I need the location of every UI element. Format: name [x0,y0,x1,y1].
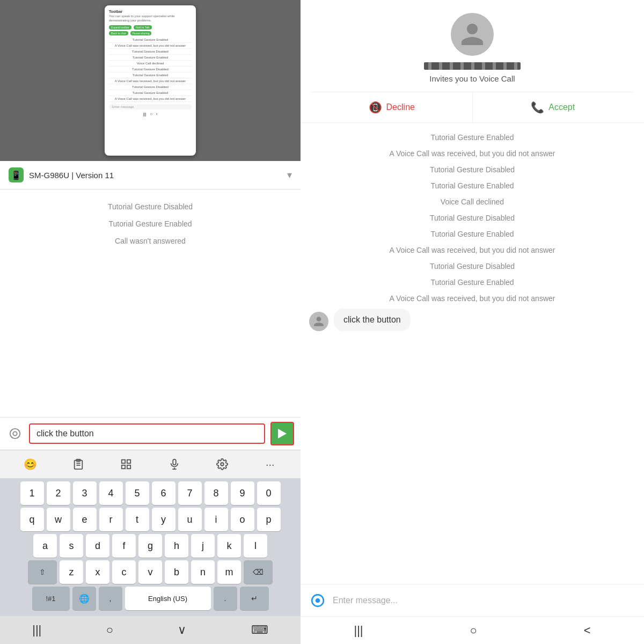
decline-label: Decline [386,103,415,112]
key-b[interactable]: b [165,560,188,584]
key-enter[interactable]: ↵ [240,587,269,610]
svg-rect-7 [127,460,130,463]
right-system-msg-3: Tutorial Gesture Enabled [301,178,644,194]
key-7[interactable]: 7 [178,481,202,505]
right-nav-home-icon[interactable]: ○ [470,624,477,638]
key-9[interactable]: 9 [231,481,254,505]
key-p[interactable]: p [257,508,281,531]
key-d[interactable]: d [86,534,109,558]
key-x[interactable]: x [86,560,109,584]
right-system-msg-4: Voice Call declined [301,194,644,210]
voice-button[interactable] [6,425,24,442]
key-l[interactable]: l [244,534,267,558]
key-q[interactable]: q [20,508,44,531]
key-u[interactable]: u [178,508,202,531]
grid-icon[interactable] [116,455,136,474]
device-name: SM-G986U | Version 11 [29,171,114,180]
svg-point-13 [221,463,224,466]
key-o[interactable]: o [231,508,254,531]
call-invite-text: Invites you to Voice Call [429,74,515,83]
key-i[interactable]: i [204,508,228,531]
key-8[interactable]: 8 [204,481,228,505]
key-comma[interactable]: , [99,587,122,610]
settings-icon[interactable] [213,455,232,474]
key-a[interactable]: a [33,534,57,558]
keyboard-toolbar: 😊 [0,450,301,478]
right-system-msg-1: A Voice Call was received, but you did n… [301,145,644,162]
nav-recents-icon[interactable]: ∨ [178,623,186,637]
key-m[interactable]: m [217,560,241,584]
emoji-icon[interactable]: 😊 [21,455,40,474]
screenshot-preview: Toolbar You can speak to your support sp… [0,0,301,161]
key-f[interactable]: f [112,534,136,558]
right-system-msg-0: Tutorial Gesture Enabled [301,129,644,145]
key-period[interactable]: . [214,587,237,610]
decline-button[interactable]: 📵 Decline [311,92,473,122]
right-voice-button[interactable] [309,592,326,609]
key-space[interactable]: English (US) [125,587,211,610]
key-r[interactable]: r [99,508,123,531]
keyboard: 1 2 3 4 5 6 7 8 9 0 q w e r t y u i o p … [0,478,301,616]
device-icon: 📱 [9,167,24,182]
key-v[interactable]: v [138,560,162,584]
key-s[interactable]: s [60,534,83,558]
key-symbols[interactable]: !#1 [32,587,70,610]
message-avatar [309,312,328,331]
system-message: Tutorial Gesture Enabled [0,215,301,232]
svg-rect-9 [127,465,130,469]
right-input-area: Enter message... [301,584,644,616]
svg-rect-6 [122,460,125,463]
call-actions: 📵 Decline 📞 Accept [311,92,633,122]
number-row: 1 2 3 4 5 6 7 8 9 0 [2,481,298,505]
system-message: Tutorial Gesture Disabled [0,198,301,215]
right-system-msg-10: A Voice Call was received, but you did n… [301,290,644,306]
device-info-left: 📱 SM-G986U | Version 11 [9,167,114,182]
accept-label: Accept [548,103,575,112]
right-nav-back-icon[interactable]: ||| [354,624,363,638]
key-k[interactable]: k [217,534,241,558]
key-3[interactable]: 3 [73,481,97,505]
right-system-msg-8: Tutorial Gesture Disabled [301,258,644,274]
svg-rect-10 [173,459,176,465]
microphone-icon[interactable] [165,455,184,474]
key-backspace[interactable]: ⌫ [244,560,273,584]
message-row: click the button [301,306,644,333]
key-g[interactable]: g [138,534,162,558]
key-j[interactable]: j [191,534,215,558]
clipboard-icon[interactable] [69,455,88,474]
right-system-msg-2: Tutorial Gesture Disabled [301,162,644,178]
more-icon[interactable]: ··· [260,455,280,474]
key-0[interactable]: 0 [257,481,281,505]
key-t[interactable]: t [126,508,149,531]
key-1[interactable]: 1 [20,481,44,505]
right-message-input[interactable]: Enter message... [333,596,635,605]
right-chat-messages: Tutorial Gesture Enabled A Voice Call wa… [301,123,644,584]
key-w[interactable]: w [47,508,70,531]
message-input[interactable]: click the button [29,423,265,444]
qwerty-row: q w e r t y u i o p [2,508,298,531]
key-globe[interactable]: 🌐 [72,587,96,610]
message-bubble: click the button [334,309,411,331]
send-button[interactable] [270,422,294,445]
key-y[interactable]: y [152,508,175,531]
key-h[interactable]: h [165,534,188,558]
key-z[interactable]: z [60,560,83,584]
send-arrow-icon [278,429,287,438]
right-nav-recents-icon[interactable]: < [584,624,591,638]
key-4[interactable]: 4 [99,481,123,505]
left-chat-messages: Tutorial Gesture Disabled Tutorial Gestu… [0,189,301,417]
nav-back-icon[interactable]: ||| [32,623,41,637]
key-2[interactable]: 2 [47,481,70,505]
collapse-button[interactable]: ▾ [287,169,292,181]
nav-keyboard-icon[interactable]: ⌨ [251,623,268,637]
nav-home-icon[interactable]: ○ [106,623,113,637]
key-c[interactable]: c [112,560,136,584]
accept-button[interactable]: 📞 Accept [473,92,634,122]
key-6[interactable]: 6 [152,481,175,505]
space-row: !#1 🌐 , English (US) . ↵ [2,587,298,610]
key-n[interactable]: n [191,560,215,584]
key-5[interactable]: 5 [126,481,149,505]
key-shift[interactable]: ⇧ [28,560,57,584]
right-system-msg-6: Tutorial Gesture Enabled [301,226,644,242]
key-e[interactable]: e [73,508,97,531]
